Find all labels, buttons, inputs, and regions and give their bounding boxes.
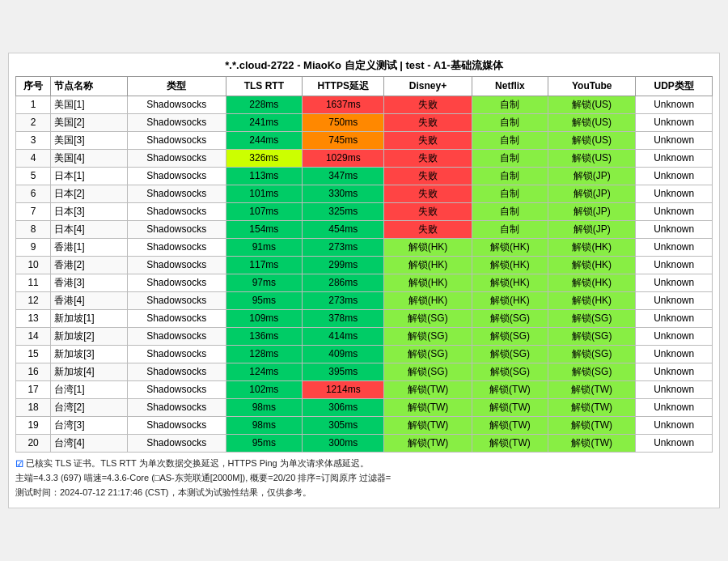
table-cell: 95ms: [226, 434, 303, 452]
table-cell: 113ms: [226, 167, 303, 185]
table-cell: Unknown: [636, 274, 713, 291]
table-cell: 2: [16, 113, 51, 131]
table-cell: 16: [16, 363, 51, 380]
table-cell: 解锁(TW): [472, 416, 548, 434]
table-cell: 解锁(TW): [384, 398, 472, 416]
table-row: 2美国[2]Shadowsocks241ms750ms失败自制解锁(US)Unk…: [16, 113, 713, 131]
table-cell: 解锁(HK): [384, 274, 472, 291]
table-cell: 454ms: [303, 220, 384, 238]
table-cell: 1637ms: [303, 96, 384, 113]
table-cell: 109ms: [226, 309, 303, 327]
table-cell: 102ms: [226, 380, 303, 398]
table-cell: 347ms: [303, 167, 384, 185]
table-cell: 解锁(SG): [548, 309, 636, 327]
table-cell: 解锁(JP): [548, 202, 636, 220]
table-cell: 20: [16, 434, 51, 452]
header-udp: UDP类型: [636, 76, 713, 96]
table-cell: 新加坡[4]: [51, 363, 128, 380]
table-row: 3美国[3]Shadowsocks244ms745ms失败自制解锁(US)Unk…: [16, 131, 713, 149]
table-cell: 91ms: [226, 238, 303, 256]
table-cell: 300ms: [303, 434, 384, 452]
table-cell: 解锁(TW): [384, 416, 472, 434]
table-cell: 自制: [472, 113, 548, 131]
table-cell: Unknown: [636, 202, 713, 220]
table-cell: 解锁(HK): [548, 238, 636, 256]
table-row: 5日本[1]Shadowsocks113ms347ms失败自制解锁(JP)Unk…: [16, 167, 713, 185]
table-row: 13新加坡[1]Shadowsocks109ms378ms解锁(SG)解锁(SG…: [16, 309, 713, 327]
table-cell: 12: [16, 291, 51, 309]
table-cell: Shadowsocks: [127, 220, 226, 238]
table-cell: Unknown: [636, 434, 713, 452]
table-cell: 273ms: [303, 238, 384, 256]
table-cell: 97ms: [226, 274, 303, 291]
table-cell: Shadowsocks: [127, 238, 226, 256]
table-cell: 9: [16, 238, 51, 256]
table-cell: 失败: [384, 149, 472, 167]
table-cell: Unknown: [636, 149, 713, 167]
table-cell: Shadowsocks: [127, 256, 226, 274]
table-cell: 124ms: [226, 363, 303, 380]
table-cell: 241ms: [226, 113, 303, 131]
table-cell: 日本[1]: [51, 167, 128, 185]
table-cell: 98ms: [226, 416, 303, 434]
table-cell: 台湾[4]: [51, 434, 128, 452]
table-cell: Shadowsocks: [127, 274, 226, 291]
table-cell: 解锁(TW): [548, 434, 636, 452]
table-cell: 解锁(HK): [472, 274, 548, 291]
table-cell: Unknown: [636, 131, 713, 149]
table-cell: 299ms: [303, 256, 384, 274]
table-cell: Shadowsocks: [127, 434, 226, 452]
table-cell: 解锁(SG): [384, 309, 472, 327]
table-cell: 美国[2]: [51, 113, 128, 131]
table-cell: Shadowsocks: [127, 380, 226, 398]
table-cell: 新加坡[3]: [51, 345, 128, 363]
table-cell: 1: [16, 96, 51, 113]
table-cell: 解锁(HK): [548, 274, 636, 291]
table-cell: Unknown: [636, 113, 713, 131]
table-cell: 解锁(JP): [548, 167, 636, 185]
table-cell: Unknown: [636, 380, 713, 398]
table-cell: 失败: [384, 96, 472, 113]
table-cell: Unknown: [636, 167, 713, 185]
results-table: 序号 节点名称 类型 TLS RTT HTTPS延迟 Disney+ Netfl…: [15, 76, 713, 453]
table-row: 4美国[4]Shadowsocks326ms1029ms失败自制解锁(US)Un…: [16, 149, 713, 167]
table-cell: 日本[4]: [51, 220, 128, 238]
table-cell: 香港[3]: [51, 274, 128, 291]
table-cell: Shadowsocks: [127, 96, 226, 113]
table-cell: Shadowsocks: [127, 309, 226, 327]
table-cell: 解锁(HK): [548, 291, 636, 309]
header-youtube: YouTube: [548, 76, 636, 96]
table-cell: 自制: [472, 96, 548, 113]
table-cell: 330ms: [303, 185, 384, 202]
table-row: 9香港[1]Shadowsocks91ms273ms解锁(HK)解锁(HK)解锁…: [16, 238, 713, 256]
table-cell: Shadowsocks: [127, 291, 226, 309]
table-cell: 香港[4]: [51, 291, 128, 309]
table-cell: 325ms: [303, 202, 384, 220]
table-cell: 解锁(HK): [472, 256, 548, 274]
table-cell: Shadowsocks: [127, 113, 226, 131]
header-node: 节点名称: [51, 76, 128, 96]
table-cell: Shadowsocks: [127, 131, 226, 149]
table-cell: 美国[1]: [51, 96, 128, 113]
table-cell: 395ms: [303, 363, 384, 380]
table-cell: 解锁(US): [548, 113, 636, 131]
table-cell: Unknown: [636, 363, 713, 380]
table-cell: Unknown: [636, 220, 713, 238]
table-cell: Shadowsocks: [127, 363, 226, 380]
table-cell: 失败: [384, 185, 472, 202]
table-cell: 美国[4]: [51, 149, 128, 167]
table-cell: Shadowsocks: [127, 345, 226, 363]
table-cell: 13: [16, 309, 51, 327]
footer-line2: 主端=4.3.3 (697) 喵速=4.3.6-Core (□AS-东莞联通[2…: [15, 471, 713, 486]
table-cell: 1029ms: [303, 149, 384, 167]
table-cell: 解锁(SG): [548, 327, 636, 345]
table-row: 11香港[3]Shadowsocks97ms286ms解锁(HK)解锁(HK)解…: [16, 274, 713, 291]
table-cell: 解锁(HK): [384, 238, 472, 256]
table-cell: 日本[3]: [51, 202, 128, 220]
table-row: 14新加坡[2]Shadowsocks136ms414ms解锁(SG)解锁(SG…: [16, 327, 713, 345]
table-cell: 香港[2]: [51, 256, 128, 274]
header-https: HTTPS延迟: [303, 76, 384, 96]
main-container: *.*.cloud-2722 - MiaoKo 自定义测试 | test - A…: [8, 53, 720, 509]
table-row: 18台湾[2]Shadowsocks98ms306ms解锁(TW)解锁(TW)解…: [16, 398, 713, 416]
table-cell: 解锁(US): [548, 149, 636, 167]
